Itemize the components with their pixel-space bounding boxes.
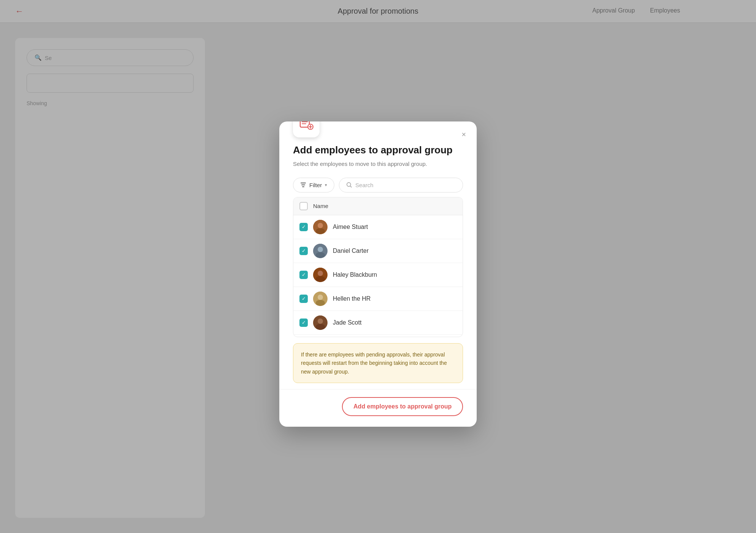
table-row[interactable]: ✓ Daniel Carter <box>293 239 463 263</box>
modal-icon-badge <box>293 121 320 137</box>
employee-checkbox-js[interactable]: ✓ <box>299 319 308 327</box>
employee-name: Aimee Stuart <box>333 224 368 230</box>
svg-point-11 <box>318 247 323 252</box>
filter-icon <box>300 182 306 188</box>
chevron-down-icon: ▾ <box>325 183 327 188</box>
svg-point-9 <box>316 228 325 234</box>
employee-list-container: Name ✓ Aimee Stuart <box>293 197 463 337</box>
add-employees-button[interactable]: Add employees to approval group <box>342 397 463 416</box>
employee-checkbox-hh[interactable]: ✓ <box>299 295 308 303</box>
avatar <box>313 244 328 258</box>
avatar <box>313 292 328 306</box>
warning-box: If there are employees with pending appr… <box>293 343 463 383</box>
employee-name: Haley Blackburn <box>333 271 377 278</box>
employee-checkbox-dc[interactable]: ✓ <box>299 247 308 255</box>
svg-point-14 <box>318 271 323 276</box>
add-group-icon <box>299 121 314 132</box>
svg-point-8 <box>318 223 323 228</box>
table-row[interactable]: ✓ Aimee Stuart <box>293 215 463 239</box>
employee-name: Daniel Carter <box>333 248 369 254</box>
filter-button[interactable]: Filter ▾ <box>293 178 334 192</box>
svg-point-20 <box>318 319 323 324</box>
avatar <box>313 315 328 330</box>
svg-point-18 <box>316 300 325 306</box>
svg-point-17 <box>318 295 323 300</box>
select-all-checkbox[interactable] <box>299 202 308 210</box>
table-row[interactable]: ✓ Hellen the HR <box>293 287 463 311</box>
avatar <box>313 268 328 282</box>
table-row[interactable]: ✓ Haley Blackburn <box>293 263 463 287</box>
modal-footer: Add employees to approval group <box>279 389 477 427</box>
search-input-wrap <box>339 178 463 192</box>
employee-list: ✓ Aimee Stuart ✓ D <box>293 215 463 337</box>
filter-label: Filter <box>309 182 322 188</box>
table-row[interactable]: ✓ Jade Scott <box>293 311 463 335</box>
filter-search-row: Filter ▾ <box>293 178 463 192</box>
search-icon <box>346 182 352 188</box>
svg-point-12 <box>316 252 325 258</box>
employee-checkbox-as[interactable]: ✓ <box>299 223 308 231</box>
table-row[interactable]: ✓ Jax Watts <box>293 335 463 337</box>
employee-name: Jade Scott <box>333 319 362 326</box>
svg-point-21 <box>316 324 325 330</box>
search-input[interactable] <box>355 182 456 188</box>
modal-subtitle: Select the employees to move to this app… <box>293 160 463 169</box>
close-button[interactable]: × <box>458 128 470 140</box>
modal-title: Add employees to approval group <box>293 144 463 156</box>
list-header: Name <box>293 197 463 215</box>
modal-overlay: × Add employees to approval group Select… <box>0 0 756 533</box>
employee-checkbox-hb[interactable]: ✓ <box>299 271 308 279</box>
list-header-label: Name <box>313 203 328 209</box>
modal-body: Add employees to approval group Select t… <box>279 121 477 337</box>
svg-point-15 <box>316 276 325 282</box>
avatar <box>313 220 328 234</box>
employee-name: Hellen the HR <box>333 295 371 302</box>
modal: × Add employees to approval group Select… <box>279 121 477 427</box>
